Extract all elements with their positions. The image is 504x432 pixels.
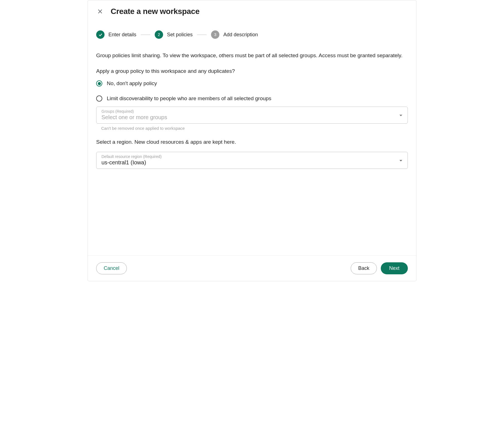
step-circle-done bbox=[96, 30, 105, 39]
groups-helper-text: Can't be removed once applied to workspa… bbox=[96, 126, 408, 131]
dialog-body: Group policies limit sharing. To view th… bbox=[88, 42, 416, 255]
radio-icon bbox=[96, 95, 102, 102]
radio-label: No, don't apply policy bbox=[107, 80, 157, 87]
region-select[interactable]: Default resource region (Required) us-ce… bbox=[96, 152, 408, 169]
radio-no-policy[interactable]: No, don't apply policy bbox=[96, 80, 408, 87]
dialog-title: Create a new workspace bbox=[111, 7, 200, 16]
step-label: Enter details bbox=[108, 32, 136, 38]
groups-select[interactable]: Groups (Required) Select one or more gro… bbox=[96, 107, 408, 124]
groups-field-placeholder: Select one or more groups bbox=[101, 114, 403, 121]
create-workspace-dialog: Create a new workspace Enter details 2 S… bbox=[88, 0, 416, 281]
dialog-header: Create a new workspace bbox=[88, 0, 416, 18]
region-field-label: Default resource region (Required) bbox=[101, 154, 403, 159]
policy-question: Apply a group policy to this workspace a… bbox=[96, 68, 408, 74]
region-section-label: Select a region. New cloud resources & a… bbox=[96, 139, 408, 145]
step-add-description[interactable]: 3 Add description bbox=[211, 30, 258, 39]
next-button[interactable]: Next bbox=[381, 262, 408, 274]
check-icon bbox=[98, 32, 103, 37]
step-circle-active: 2 bbox=[155, 30, 163, 39]
step-label: Set policies bbox=[167, 32, 193, 38]
step-label: Add description bbox=[223, 32, 258, 38]
step-set-policies[interactable]: 2 Set policies bbox=[155, 30, 193, 39]
cancel-button[interactable]: Cancel bbox=[96, 262, 127, 274]
close-button[interactable] bbox=[96, 8, 104, 15]
radio-icon bbox=[96, 80, 102, 87]
footer-right: Back Next bbox=[351, 262, 408, 274]
groups-field-label: Groups (Required) bbox=[101, 109, 403, 114]
step-circle-inactive: 3 bbox=[211, 30, 219, 39]
chevron-down-icon bbox=[399, 113, 403, 118]
region-field-value: us-central1 (Iowa) bbox=[101, 159, 403, 166]
policy-radio-group: No, don't apply policy Limit discoverabi… bbox=[96, 80, 408, 102]
radio-label: Limit discoverability to people who are … bbox=[107, 95, 271, 102]
step-connector bbox=[197, 35, 207, 35]
close-icon bbox=[97, 8, 103, 15]
step-enter-details[interactable]: Enter details bbox=[96, 30, 136, 39]
radio-limit-discoverability[interactable]: Limit discoverability to people who are … bbox=[96, 95, 408, 102]
step-connector bbox=[141, 35, 150, 35]
dialog-footer: Cancel Back Next bbox=[88, 255, 416, 281]
back-button[interactable]: Back bbox=[351, 262, 377, 274]
chevron-down-icon bbox=[399, 158, 403, 163]
stepper: Enter details 2 Set policies 3 Add descr… bbox=[88, 18, 416, 42]
policy-intro-text: Group policies limit sharing. To view th… bbox=[96, 51, 408, 60]
